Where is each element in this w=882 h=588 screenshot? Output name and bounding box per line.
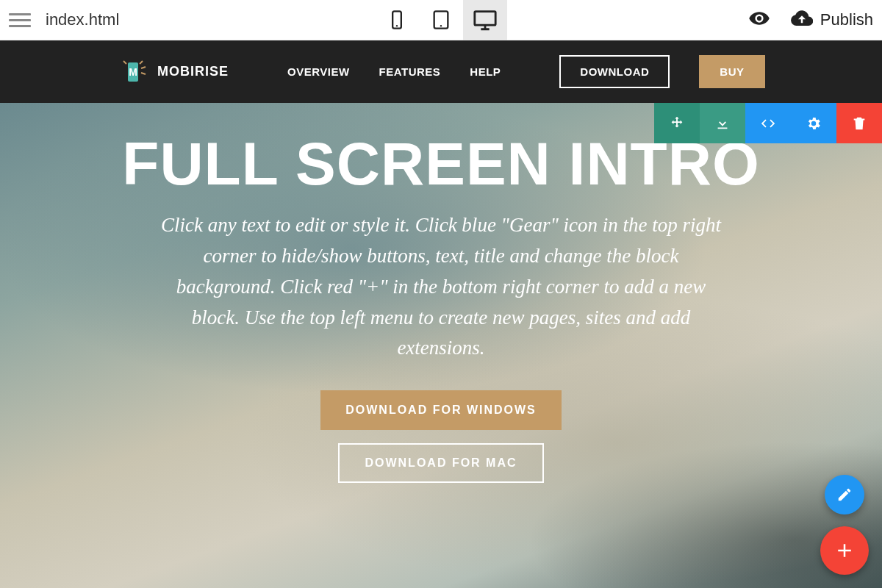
svg-line-10 [141, 73, 146, 74]
download-mac-button[interactable]: DOWNLOAD FOR MAC [338, 443, 543, 483]
fab-add-button[interactable] [820, 526, 869, 575]
code-icon [760, 115, 776, 132]
logo[interactable]: M MOBIRISE [118, 57, 229, 87]
filename-label[interactable]: index.html [46, 10, 119, 29]
svg-rect-4 [475, 12, 495, 25]
svg-text:M: M [129, 66, 137, 78]
plus-icon [833, 539, 856, 562]
hero-block: FULL SCREEN INTRO Click any text to edit… [0, 103, 882, 588]
device-toggle-group [375, 0, 507, 40]
svg-line-11 [123, 61, 126, 64]
gear-icon [806, 115, 822, 132]
svg-line-9 [141, 67, 146, 68]
device-tablet-button[interactable] [419, 0, 463, 40]
nav-features[interactable]: FEATURES [379, 65, 441, 78]
block-code-button[interactable] [745, 103, 791, 143]
tablet-icon [431, 10, 451, 30]
block-move-button[interactable] [654, 103, 700, 143]
pencil-icon [836, 487, 853, 503]
eye-icon [748, 7, 770, 29]
preview-button[interactable] [748, 7, 770, 32]
move-icon [669, 115, 685, 132]
block-toolbar [654, 103, 882, 143]
desktop-icon [473, 7, 498, 32]
phone-icon [387, 10, 407, 30]
download-windows-button[interactable]: DOWNLOAD FOR WINDOWS [320, 390, 562, 430]
menu-icon[interactable] [9, 9, 31, 31]
cloud-upload-icon [791, 7, 813, 32]
publish-button[interactable]: Publish [791, 7, 873, 32]
nav-download-button[interactable]: DOWNLOAD [559, 55, 670, 88]
publish-label: Publish [820, 10, 873, 29]
svg-point-3 [440, 25, 442, 26]
fab-edit-button[interactable] [825, 475, 864, 514]
device-phone-button[interactable] [375, 0, 419, 40]
nav-buy-button[interactable]: BUY [699, 55, 764, 88]
block-delete-button[interactable] [836, 103, 882, 143]
svg-point-1 [396, 25, 398, 26]
trash-icon [851, 115, 867, 132]
site-navbar: M MOBIRISE OVERVIEW FEATURES HELP DOWNLO… [0, 40, 882, 103]
app-top-bar: index.html Publish [0, 0, 882, 40]
logo-icon: M [118, 57, 148, 87]
device-desktop-button[interactable] [463, 0, 507, 40]
download-icon [714, 115, 731, 132]
logo-text: MOBIRISE [157, 64, 229, 79]
nav-help[interactable]: HELP [470, 65, 501, 78]
block-save-button[interactable] [700, 103, 745, 143]
block-settings-button[interactable] [791, 103, 836, 143]
svg-line-8 [140, 61, 143, 64]
nav-overview[interactable]: OVERVIEW [287, 65, 350, 78]
hero-subtitle[interactable]: Click any text to edit or style it. Clic… [154, 210, 728, 364]
svg-point-5 [757, 16, 761, 21]
